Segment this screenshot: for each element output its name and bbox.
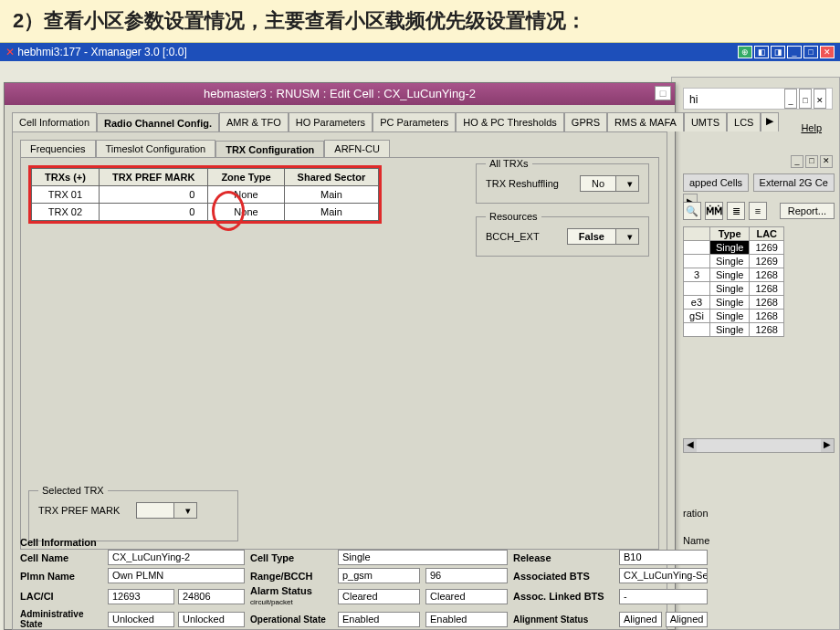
trx-table[interactable]: TRXs (+) TRX PREF MARK Zone Type Shared … [31,168,379,221]
chevron-down-icon: ▾ [173,503,196,518]
range-bcch-label: Range/BCCH [250,571,332,582]
col-trxs[interactable]: TRXs (+) [32,169,100,186]
trx-reshuffling-label: TRX Reshuffling [486,178,559,189]
cell-name-value: CX_LuCunYing-2 [108,550,245,565]
release-label: Release [513,552,614,563]
rows-icon[interactable]: ≡ [749,202,767,220]
bg-window-controls[interactable]: _ □ ✕ [784,89,826,109]
chevron-down-icon: ▾ [615,229,638,244]
tray-icon-1[interactable]: ⊕ [738,46,752,58]
tab-arfn-cu[interactable]: ARFN-CU [324,140,390,157]
sub-tabs: Frequencies Timeslot Configuration TRX C… [20,140,659,157]
oper-state-label: Operational State [250,614,332,625]
report-button[interactable]: Report... [780,203,835,219]
tab-radio-channel-config[interactable]: Radio Channel Config. [97,113,219,132]
bg-inner-controls[interactable]: _ □ ✕ [791,155,833,168]
main-tabs: Cell Information Radio Channel Config. A… [12,112,667,131]
chevron-down-icon: ▾ [615,176,638,191]
search-icon[interactable]: 🔍 [683,202,701,220]
trx-table-highlight: TRXs (+) TRX PREF MARK Zone Type Shared … [28,165,382,224]
admin-state-label: Administrative State [20,609,102,629]
selected-trx-legend: Selected TRX [38,485,108,496]
xmanager-title: ✕ hebhmi3:177 - Xmanager 3.0 [:0.0] [5,43,187,61]
lac-ci-values: 12693 24806 [108,589,245,604]
cell-type-label: Cell Type [250,552,332,563]
instruction-strip: 2）查看小区参数设置情况，主要查看小区载频优先级设置情况： [0,0,840,43]
xmanager-tray: ⊕ ◧ ◨ _ □ ✕ [738,46,835,58]
trx-pref-mark-dropdown[interactable]: ▾ [136,502,197,519]
trx-pref-mark-label: TRX PREF MARK [38,505,120,516]
tab-scroll-right-icon[interactable]: ▶ [761,112,779,131]
tray-icon-3[interactable]: ◨ [771,46,785,58]
assoc-bts-value: CX_LuCunYing-Sector 2 [619,568,708,583]
alarm-packet-value: Cleared [425,589,508,604]
bg-window-title: hi _ □ ✕ [683,88,833,110]
tray-icon-2[interactable]: ◧ [754,46,769,58]
bg-hscrollbar[interactable]: ◀▶ [683,438,835,453]
col-shared-sector[interactable]: Shared Sector [284,169,379,186]
tab-pc-parameters[interactable]: PC Parameters [373,112,456,131]
tab-gprs[interactable]: GPRS [564,112,607,131]
bcch-ext-dropdown[interactable]: False▾ [567,228,639,245]
alignment-status-label: Alignment Status [513,614,614,625]
tab-amr-tfo[interactable]: AMR & TFO [219,112,289,131]
cell-info-legend: Cell Information [20,537,659,548]
table-row[interactable]: TRX 01 0 None Main [32,186,379,204]
tab-umts[interactable]: UMTS [684,112,727,131]
assoc-linked-bts-label: Assoc. Linked BTS [513,591,614,602]
edit-cell-window: hebmaster3 : RNUSM : Edit Cell : CX_LuCu… [4,82,676,630]
tab-lcs[interactable]: LCS [727,112,761,131]
cell-name-label: Cell Name [20,552,102,563]
col-trx-pref-mark[interactable]: TRX PREF MARK [99,169,207,186]
selected-trx-group: Selected TRX TRX PREF MARK ▾ [28,490,238,541]
binoculars-icon[interactable]: ṀṀ [705,202,723,220]
min-icon[interactable]: _ [787,46,802,58]
col-zone-type[interactable]: Zone Type [208,169,284,186]
tab-rms-mafa[interactable]: RMS & MAFA [607,112,684,131]
edit-cell-close-icon[interactable]: □ [655,86,671,100]
plmn-name-value: Own PLMN [108,568,245,583]
bg-tab-external-2g[interactable]: External 2G Ce [753,173,835,192]
admin-state-values: Unlocked Unlocked [108,612,245,627]
oper-state-v2: Enabled [425,612,508,627]
lac-ci-label: LAC/CI [20,591,102,602]
bg-toolbar: 🔍 ṀṀ ≣ ≡ Report... [683,199,835,223]
tab-ho-pc-thresholds[interactable]: HO & PC Thresholds [456,112,564,131]
tab-frequencies[interactable]: Frequencies [20,140,96,157]
bcch-ext-label: BCCH_EXT [486,231,540,242]
alarm-status-label: Alarm Statuscircuit/packet [250,586,332,606]
plmn-name-label: Plmn Name [20,571,102,582]
resources-group: Resources BCCH_EXT False▾ [476,216,649,257]
alignment-status-values: Aligned Aligned [619,612,708,627]
all-trxs-group: All TRXs TRX Reshuffling No▾ [476,163,649,204]
tab-ho-parameters[interactable]: HO Parameters [289,112,373,131]
table-row[interactable]: TRX 02 0 None Main [32,204,379,221]
oper-state-v1: Enabled [338,612,420,627]
all-trxs-legend: All TRXs [486,158,532,169]
assoc-bts-label: Associated BTS [513,571,614,582]
bcch-value: 96 [425,568,508,583]
trx-reshuffling-dropdown[interactable]: No▾ [580,175,639,192]
xmanager-title-bar: ✕ hebhmi3:177 - Xmanager 3.0 [:0.0] ⊕ ◧ … [0,43,840,61]
tab-cell-information[interactable]: Cell Information [12,112,97,131]
assoc-linked-bts-value: - [619,589,708,604]
range-value: p_gsm [338,568,420,583]
list-icon[interactable]: ≣ [727,202,745,220]
radio-channel-panel: Frequencies Timeslot Configuration TRX C… [12,131,667,630]
cell-type-value: Single [338,550,508,565]
tab-trx-configuration[interactable]: TRX Configuration [215,141,324,158]
release-value: B10 [619,550,708,565]
bg-cell-table[interactable]: TypeLAC Single1269 Single1269 3Single126… [683,226,784,337]
tab-timeslot-configuration[interactable]: Timeslot Configuration [96,140,216,157]
cell-information-section: Cell Information Cell Name CX_LuCunYing-… [20,537,659,629]
alarm-circuit-value: Cleared [338,589,420,604]
close-icon[interactable]: ✕ [820,46,835,58]
trx-config-panel: TRXs (+) TRX PREF MARK Zone Type Shared … [20,157,659,550]
bg-labels: ration Name [683,502,709,551]
max-icon[interactable]: □ [803,46,818,58]
bg-help-menu[interactable]: Help [801,122,822,133]
bg-tab-apped-cells[interactable]: apped Cells [683,173,749,192]
bg-tabs: apped Cells External 2G Ce ▶ [683,173,835,194]
resources-legend: Resources [486,211,541,222]
edit-cell-title: hebmaster3 : RNUSM : Edit Cell : CX_LuCu… [5,83,675,105]
